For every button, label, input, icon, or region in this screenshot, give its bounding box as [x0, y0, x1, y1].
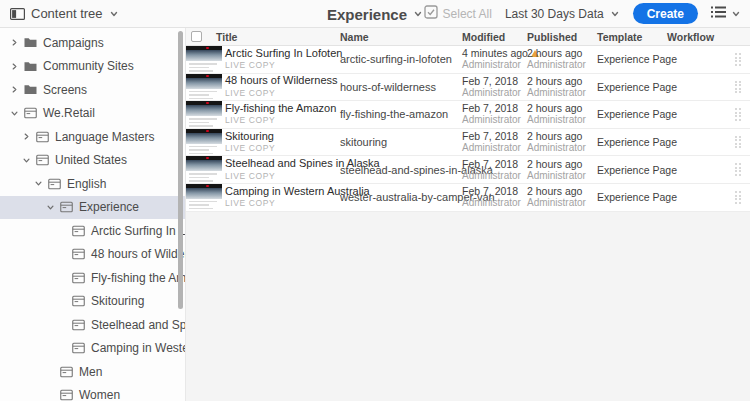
row-name: fly-fishing-the-amazon [340, 108, 462, 120]
column-header-template[interactable]: Template [597, 31, 667, 43]
page-thumbnail [186, 184, 222, 211]
tree-item-label: Steelhead and Spines in Alaska [91, 318, 186, 332]
content-tree-selector[interactable]: Content tree [10, 6, 119, 21]
page-icon [72, 295, 85, 307]
drag-handle-icon[interactable] [735, 108, 741, 121]
tree-item-we-retail[interactable]: We.Retail [0, 102, 185, 126]
drag-handle-icon[interactable] [735, 163, 741, 176]
row-published-date: 2 hours ago [527, 130, 597, 142]
select-all-checkbox[interactable] [191, 31, 202, 42]
select-all-checkbox-icon [424, 5, 438, 22]
select-all-button[interactable]: Select All [424, 5, 492, 22]
tree-item-community-sites[interactable]: Community Sites [0, 55, 185, 79]
page-title-dropdown[interactable]: Experience [327, 0, 423, 28]
tree-item-women[interactable]: Women [0, 384, 185, 401]
tree-item-label: Community Sites [43, 59, 134, 73]
tree-item-camping-in-western-australia[interactable]: Camping in Western Australia [0, 337, 185, 361]
chevron-icon[interactable] [32, 179, 45, 188]
tree-item-label: Screens [43, 83, 87, 97]
chevron-icon[interactable] [8, 62, 21, 71]
folder-icon [24, 37, 37, 48]
select-all-label: Select All [443, 7, 492, 21]
row-template: Experience Page [597, 53, 667, 65]
date-filter-dropdown[interactable]: Last 30 Days Data [505, 7, 620, 21]
row-published-by: Administrator [527, 59, 597, 71]
create-button[interactable]: Create [633, 3, 698, 24]
row-published-date: 2 hours ago [527, 185, 597, 197]
page-icon [48, 178, 61, 190]
page-icon [72, 272, 85, 284]
drag-handle-icon[interactable] [735, 136, 741, 149]
sidebar-scrollbar[interactable] [178, 31, 183, 309]
page-icon [60, 366, 73, 378]
table-row-arctic-surfing-in-lofoten[interactable]: Arctic Surfing In Lofoten LIVE COPY arct… [186, 46, 750, 74]
content-tree: Campaigns Community Sites Screens [0, 28, 185, 401]
tree-item-campaigns[interactable]: Campaigns [0, 31, 185, 55]
column-header-name[interactable]: Name [340, 31, 462, 43]
tree-item-label: Fly-fishing the Amazon [91, 271, 186, 285]
tree-item-label: Skitouring [91, 294, 144, 308]
row-published-by: Administrator [527, 87, 597, 99]
column-header-modified[interactable]: Modified [462, 31, 527, 43]
tree-item-english[interactable]: English [0, 172, 185, 196]
page-thumbnail [186, 74, 222, 101]
column-header-published[interactable]: Published [527, 31, 597, 43]
tree-item-men[interactable]: Men [0, 360, 185, 384]
row-title: Skitouring [225, 130, 275, 143]
tree-item-label: We.Retail [43, 106, 95, 120]
row-modified-by: Administrator [462, 59, 527, 71]
tree-item-skitouring[interactable]: Skitouring [0, 290, 185, 314]
live-copy-badge: LIVE COPY [225, 59, 342, 72]
drag-handle-icon[interactable] [735, 191, 741, 204]
drag-handle-icon[interactable] [735, 81, 741, 94]
date-filter-label: Last 30 Days Data [505, 7, 604, 21]
row-name: arctic-surfing-in-lofoten [340, 53, 462, 65]
chevron-icon[interactable] [8, 109, 21, 118]
tree-item-arctic-surfing-in-lofoten[interactable]: Arctic Surfing In Lofoten [0, 219, 185, 243]
tree-item-screens[interactable]: Screens [0, 78, 185, 102]
tree-item-experience[interactable]: Experience [0, 196, 185, 220]
tree-item-united-states[interactable]: United States [0, 149, 185, 173]
table-header: Title Name Modified Published Template W… [186, 28, 750, 46]
row-modified-date: Feb 7, 2018 [462, 158, 518, 170]
row-modified-by: Administrator [462, 197, 527, 209]
row-modified-date: Feb 7, 2018 [462, 102, 518, 114]
tree-item-steelhead-and-spines-in-alaska[interactable]: Steelhead and Spines in Alaska [0, 313, 185, 337]
chevron-icon[interactable] [8, 85, 21, 94]
chevron-icon[interactable] [20, 132, 33, 141]
row-published-by: Administrator [527, 114, 597, 126]
table-row-fly-fishing-the-amazon[interactable]: Fly-fishing the Amazon LIVE COPY fly-fis… [186, 101, 750, 129]
chevron-down-icon [413, 9, 423, 19]
row-published-by: Administrator [527, 170, 597, 182]
table-row-camping-in-western-australia[interactable]: Camping in Western Australia LIVE COPY w… [186, 184, 750, 212]
content-tree-panel: Campaigns Community Sites Screens [0, 28, 186, 401]
row-published-date: 2 hours ago [527, 102, 597, 114]
top-toolbar: Content tree Experience Select All Last … [0, 0, 750, 28]
chevron-icon[interactable] [44, 203, 57, 212]
chevron-icon[interactable] [8, 38, 21, 47]
table-row-steelhead-and-spines-in-alaska[interactable]: Steelhead and Spines in Alaska LIVE COPY… [186, 156, 750, 184]
row-modified-date: Feb 7, 2018 [462, 75, 518, 87]
row-template: Experience Page [597, 136, 667, 148]
live-copy-badge: LIVE COPY [225, 142, 275, 155]
tree-item-label: Experience [79, 200, 139, 214]
tree-item-label: 48 hours of Wilderness [91, 247, 186, 261]
tree-item-48-hours-of-wilderness[interactable]: 48 hours of Wilderness [0, 243, 185, 267]
table-row-48-hours-of-wilderness[interactable]: 48 hours of Wilderness LIVE COPY hours-o… [186, 74, 750, 102]
tree-item-label: Women [79, 388, 120, 401]
tree-item-fly-fishing-the-amazon[interactable]: Fly-fishing the Amazon [0, 266, 185, 290]
table-body: Arctic Surfing In Lofoten LIVE COPY arct… [186, 46, 750, 212]
drag-handle-icon[interactable] [735, 53, 741, 66]
live-copy-badge: LIVE COPY [225, 87, 338, 100]
page-icon [36, 131, 49, 143]
column-header-title[interactable]: Title [216, 31, 237, 43]
chevron-icon[interactable] [20, 156, 33, 165]
row-name: skitouring [340, 136, 462, 148]
view-switcher-button[interactable] [711, 6, 741, 21]
table-row-skitouring[interactable]: Skitouring LIVE COPY skitouring Feb 7, 2… [186, 129, 750, 157]
column-header-workflow[interactable]: Workflow [667, 31, 726, 43]
row-name: steelhead-and-spines-in-alaska [340, 164, 462, 176]
tree-item-label: Language Masters [55, 130, 154, 144]
tree-item-language-masters[interactable]: Language Masters [0, 125, 185, 149]
chevron-down-icon [109, 9, 119, 19]
